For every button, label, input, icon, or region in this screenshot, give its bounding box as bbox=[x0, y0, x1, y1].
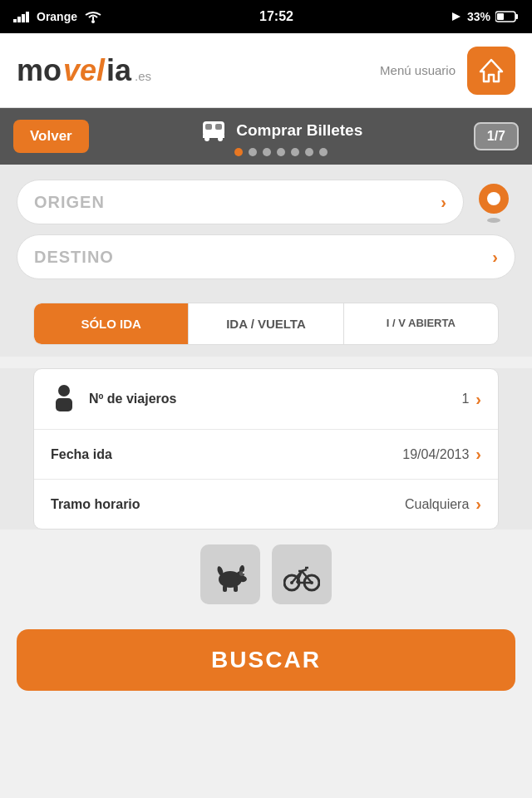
volver-button[interactable]: Volver bbox=[13, 120, 89, 153]
page-badge: 1/7 bbox=[474, 122, 519, 150]
svg-rect-2 bbox=[22, 14, 25, 22]
fecha-ida-row[interactable]: Fecha ida 19/04/2013 › bbox=[34, 430, 498, 480]
bike-icon bbox=[283, 556, 320, 593]
logo-mo: mo bbox=[17, 53, 62, 88]
tramo-value: Cualquiera bbox=[405, 497, 469, 512]
extra-options bbox=[0, 530, 532, 619]
battery-icon bbox=[495, 10, 519, 23]
viajeros-left: Nº de viajeros bbox=[51, 384, 176, 414]
dog-icon bbox=[212, 556, 249, 593]
fecha-right: 19/04/2013 › bbox=[402, 445, 481, 464]
viajeros-label: Nº de viajeros bbox=[89, 392, 176, 406]
dot-1 bbox=[234, 148, 243, 156]
signal-icon bbox=[13, 11, 30, 22]
app-header: movelia.es Menú usuario bbox=[0, 33, 532, 108]
tramo-row[interactable]: Tramo horario Cualquiera › bbox=[34, 480, 498, 529]
svg-marker-9 bbox=[480, 60, 502, 81]
trip-type-tabs: SÓLO IDA IDA / VUELTA I / V ABIERTA bbox=[33, 303, 499, 345]
svg-rect-26 bbox=[223, 585, 227, 592]
dot-4 bbox=[277, 148, 285, 156]
destino-row: DESTINO › bbox=[17, 234, 515, 279]
fecha-value: 19/04/2013 bbox=[402, 447, 469, 462]
logo: movelia.es bbox=[17, 53, 151, 88]
destino-arrow: › bbox=[492, 248, 498, 267]
tabs-container: SÓLO IDA IDA / VUELTA I / V ABIERTA bbox=[0, 299, 532, 357]
viajeros-row[interactable]: Nº de viajeros 1 › bbox=[34, 369, 498, 430]
carrier-label: Orange bbox=[37, 10, 77, 23]
svg-marker-5 bbox=[452, 12, 461, 21]
dot-7 bbox=[319, 148, 328, 156]
bus-icon bbox=[200, 116, 228, 145]
nav-title: Comprar Billetes bbox=[236, 121, 362, 140]
play-icon bbox=[451, 11, 462, 22]
svg-point-4 bbox=[91, 20, 95, 23]
bike-button[interactable] bbox=[272, 544, 332, 604]
nav-bar: Volver Comprar Billetes 1/7 bbox=[0, 108, 532, 165]
origen-input[interactable]: ORIGEN › bbox=[17, 180, 464, 224]
dot-6 bbox=[305, 148, 313, 156]
dog-button[interactable] bbox=[200, 544, 260, 604]
wifi-icon bbox=[84, 10, 102, 23]
viajeros-arrow: › bbox=[475, 390, 481, 409]
nav-center: Comprar Billetes bbox=[200, 116, 362, 156]
tab-solo-ida[interactable]: SÓLO IDA bbox=[34, 303, 189, 344]
tab-iv-abierta[interactable]: I / V ABIERTA bbox=[344, 303, 498, 344]
viajeros-right: 1 › bbox=[461, 390, 481, 409]
svg-point-17 bbox=[487, 192, 500, 205]
viajeros-value: 1 bbox=[461, 392, 469, 406]
details-section: Nº de viajeros 1 › Fecha ida 19/04/2013 … bbox=[33, 368, 499, 530]
origen-placeholder: ORIGEN bbox=[34, 193, 105, 212]
header-right: Menú usuario bbox=[380, 47, 515, 95]
tramo-label: Tramo horario bbox=[51, 497, 140, 512]
tramo-right: Cualquiera › bbox=[405, 495, 481, 514]
svg-point-29 bbox=[239, 571, 244, 576]
logo-ia: ia bbox=[106, 53, 131, 88]
dot-3 bbox=[263, 148, 271, 156]
dot-2 bbox=[249, 148, 257, 156]
details-container: Nº de viajeros 1 › Fecha ida 19/04/2013 … bbox=[0, 368, 532, 530]
origen-row: ORIGEN › bbox=[17, 180, 515, 224]
svg-rect-11 bbox=[205, 124, 212, 130]
svg-rect-7 bbox=[515, 14, 518, 19]
destino-placeholder: DESTINO bbox=[34, 248, 114, 267]
nav-dots bbox=[234, 148, 328, 156]
carrier-info: Orange bbox=[13, 10, 102, 23]
fecha-arrow: › bbox=[475, 445, 481, 464]
buscar-button[interactable]: BUSCAR bbox=[17, 629, 515, 691]
nav-title-row: Comprar Billetes bbox=[200, 116, 362, 145]
svg-point-20 bbox=[58, 385, 70, 397]
tab-ida-vuelta[interactable]: IDA / VUELTA bbox=[189, 303, 343, 344]
svg-rect-27 bbox=[234, 585, 238, 592]
clock: 17:52 bbox=[259, 9, 293, 24]
fecha-label: Fecha ida bbox=[51, 447, 112, 462]
svg-rect-3 bbox=[26, 12, 29, 22]
home-button[interactable] bbox=[467, 47, 515, 95]
logo-vel: vel bbox=[63, 53, 105, 88]
svg-rect-12 bbox=[215, 124, 222, 130]
menu-usuario-label: Menú usuario bbox=[380, 63, 456, 77]
person-icon bbox=[51, 384, 77, 414]
svg-point-30 bbox=[243, 572, 244, 574]
dot-5 bbox=[291, 148, 299, 156]
status-bar: Orange 17:52 33% bbox=[0, 0, 532, 33]
battery-percent: 33% bbox=[467, 10, 490, 23]
svg-point-19 bbox=[487, 218, 500, 223]
origen-arrow: › bbox=[441, 193, 446, 212]
logo-sub: .es bbox=[135, 69, 151, 83]
tramo-arrow: › bbox=[475, 495, 481, 514]
map-pin-icon bbox=[475, 180, 512, 224]
svg-rect-15 bbox=[203, 135, 224, 138]
battery-info: 33% bbox=[451, 10, 519, 23]
svg-rect-0 bbox=[13, 19, 17, 22]
buscar-row: BUSCAR bbox=[0, 619, 532, 707]
home-icon bbox=[477, 57, 505, 85]
fecha-left: Fecha ida bbox=[51, 447, 112, 462]
svg-rect-1 bbox=[17, 17, 21, 22]
form-area: ORIGEN › DESTINO › bbox=[0, 165, 532, 299]
svg-rect-8 bbox=[497, 13, 504, 20]
tramo-left: Tramo horario bbox=[51, 497, 140, 512]
svg-rect-21 bbox=[56, 398, 72, 411]
location-icon bbox=[472, 180, 515, 224]
destino-input[interactable]: DESTINO › bbox=[17, 234, 515, 279]
